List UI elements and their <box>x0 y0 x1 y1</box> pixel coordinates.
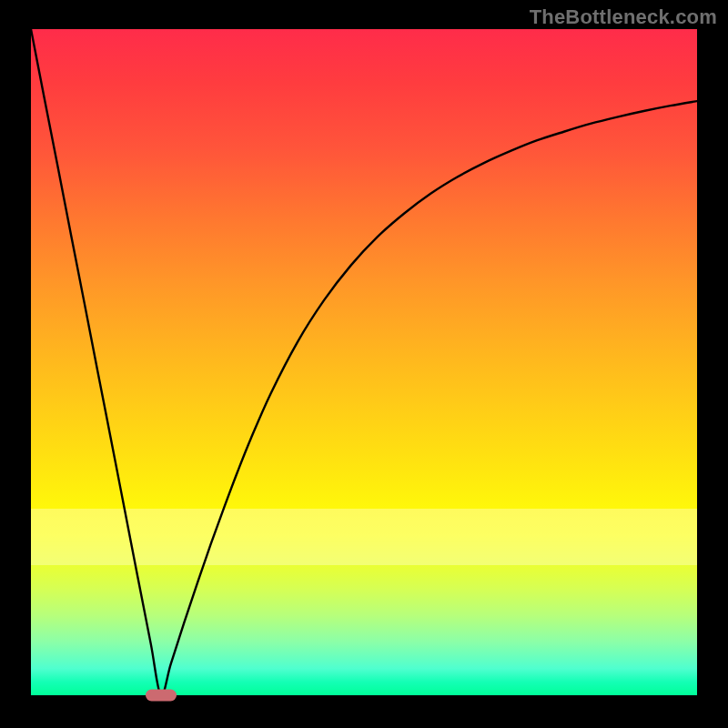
bottleneck-curve <box>31 29 697 695</box>
chart-frame: TheBottleneck.com <box>0 0 728 728</box>
curve-layer <box>31 29 697 695</box>
minimum-marker <box>146 690 177 702</box>
watermark-text: TheBottleneck.com <box>530 5 717 29</box>
plot-area <box>31 29 697 695</box>
